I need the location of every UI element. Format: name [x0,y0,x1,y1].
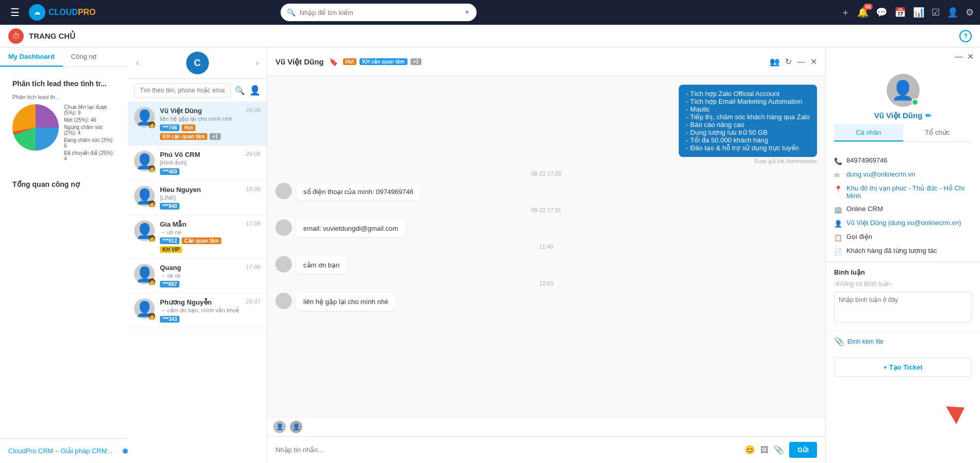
section-subtitle: Phân tích lead th... [12,94,116,100]
legend-caring: Đang chăm sóc (3%): 6 [64,137,116,149]
contact-item[interactable]: 👤 🧑 Phú Võ CRM [Hình ảnh] ***460 20-08 [128,146,267,181]
tag-id: ***887 [160,281,179,288]
image-icon[interactable]: 🖼 [760,445,769,455]
comment-input[interactable] [834,292,972,323]
dashboard-icon: ⏱ [8,28,24,44]
page-title: TRANG CHỦ [29,31,75,41]
legend-stopped: Ngừng chăm sóc (2%): 4 [64,124,116,136]
tag-id: ***343 [160,316,179,323]
tab-cong-no[interactable]: Công nợ [63,47,105,67]
tab-organization[interactable]: Tổ chức [903,124,972,141]
message-timestamp: 11:49 [275,244,817,250]
search-bar[interactable]: 🔍 ▼ [281,4,477,21]
search-icon: 🔍 [287,8,296,17]
contact-user-button[interactable]: 👤 [249,83,260,98]
edit-icon[interactable]: ✏ [925,111,932,120]
lead-analysis-section: Phân tích lead theo tình tr... Phân tích… [6,73,122,168]
footer-brand[interactable]: CloudPro CRM – Giải pháp CRM... [8,447,112,455]
avatar: 👤 🧑 [134,220,155,241]
minimize-panel-button[interactable]: — [955,52,963,61]
contact-item[interactable]: 👤 🧑 Phương Nguyễn → cảm ơn bạn, mình vẫn… [128,293,267,328]
chat-icon[interactable]: 💬 [876,7,887,18]
avatar: 👤 🧑 [134,264,155,284]
close-chat-icon[interactable]: ✕ [810,57,817,67]
sender-avatar [275,183,292,199]
checkbox-icon[interactable]: ☑ [932,7,940,18]
user-avatar-large: 👤 [887,74,920,107]
right-panel-header: — ✕ [826,47,980,66]
contact-item[interactable]: 👤 🧑 Quang → ok ok ***887 17-08 [128,259,267,293]
message-bubble-left: cảm ơn bạn [275,256,347,274]
tag-kh: KH cần quan tâm [160,133,207,140]
hamburger-icon[interactable]: ☰ [6,4,24,21]
chat-header: Vũ Việt Dũng 🔖 Hot KH cần quan tâm +1 👥 … [267,47,825,76]
contact-date: 18-08 [246,186,260,192]
contact-item[interactable]: 👤 🧑 Gia Mẫn → uh nè ***912 Cần quan tâm … [128,215,267,259]
contact-search-button[interactable]: 🔍 [235,83,245,98]
notification-icon[interactable]: 🔔 52 [857,7,869,18]
settings-icon[interactable]: ⚙ [966,7,974,18]
next-arrow-icon[interactable]: › [254,56,260,70]
bookmark-icon: 🔖 [329,58,338,66]
contact-list: ‹ C › 🔍 👤 👤 🧑 Vũ Việt Dũng liên hệ gặp l… [128,47,267,463]
comment-section: Bình luận -Không có Bình luận- [826,262,980,331]
logo: ☁ CLOUDPRO [29,4,96,21]
message-timestamp: 08-22 17:31 [275,207,817,213]
search-input[interactable] [300,9,460,17]
chat-panel: ‹ C › 🔍 👤 👤 🧑 Vũ Việt Dũng liên hệ gặp l… [128,47,980,463]
tag-vip: KH VIP [160,246,182,253]
refresh-icon[interactable]: ↻ [785,57,792,67]
section-title-lead: Phân tích lead theo tình tr... [12,79,116,88]
close-panel-button[interactable]: ✕ [967,52,974,61]
info-call[interactable]: 📋 Gọi điện [834,233,972,242]
help-icon[interactable]: ? [959,30,972,42]
contact-list-header: ‹ C › [128,47,267,79]
left-sidebar: My Dashboard Công nợ Phân tích lead theo… [0,47,129,463]
tag-more: +1 [209,133,220,140]
message-content: liên hệ gặp lại cho mình nhé [296,293,396,311]
tab-my-dashboard[interactable]: My Dashboard [0,47,63,67]
contact-date: 17-08 [246,264,260,270]
history-icon: 📄 [834,248,842,256]
chevron-down-icon[interactable]: ▼ [464,9,470,16]
person-small-icon: 🧑 [148,200,156,207]
info-phone: 📞 84974969746 [834,156,972,165]
chat-message-input[interactable] [275,446,740,454]
info-company: 🏢 Online CRM [834,205,972,214]
create-ticket-button[interactable]: + Tạo Ticket [834,358,972,377]
tag-id: ***460 [160,168,179,175]
minimize-icon[interactable]: — [797,57,805,67]
calendar-icon[interactable]: 📅 [894,7,906,18]
attach-link[interactable]: Đính kèm file [847,338,884,345]
message-bubble-left: số điện thoại của mình: 0974969746 [275,183,420,201]
contact-name: Quang [160,264,241,272]
lead-pie-chart [12,104,59,151]
logo-text: CLOUDPRO [48,8,96,17]
avatar: 👤 🧑 [134,298,155,319]
tab-personal[interactable]: Cá nhân [834,124,903,141]
person-small-icon: 🧑 [148,235,156,242]
message-content: email: vuvietdungdl@gmail.com [296,219,405,237]
call-icon: 📋 [834,234,842,242]
avatar: 👤 🧑 [134,151,155,171]
contact-date: 20-08 [246,151,260,157]
contact-item[interactable]: 👤 🧑 Hieu Nguyen [LINK] ***940 18-08 [128,181,267,215]
info-owner: 👤 Vũ Việt Dũng (dung.vu@onlinecrm.vn) [834,219,972,228]
contact-name: Phú Võ CRM [160,151,241,158]
person-small-icon: 🧑 [148,165,156,172]
group-icon[interactable]: 👥 [770,57,780,67]
send-button[interactable]: Gửi [789,442,817,458]
prev-arrow-icon[interactable]: ‹ [134,56,141,70]
avatar-person-icon: 👤 [891,79,914,101]
info-email: ✉ dung.vu@onlinecrm.vn [834,170,972,179]
contact-item[interactable]: 👤 🧑 Vũ Việt Dũng liên hệ gặp lại cho mìn… [128,102,267,146]
add-icon[interactable]: ＋ [841,6,850,19]
comment-title: Bình luận [834,268,972,276]
user-icon[interactable]: 👤 [947,7,958,18]
chat-area: Vũ Việt Dũng 🔖 Hot KH cần quan tâm +1 👥 … [267,47,825,463]
chat-tag-hot: Hot [343,58,357,65]
contact-search-input[interactable] [134,83,231,98]
emoji-icon[interactable]: 😊 [745,445,755,455]
chart-icon[interactable]: 📊 [913,7,924,18]
attach-icon[interactable]: 📎 [774,445,784,455]
